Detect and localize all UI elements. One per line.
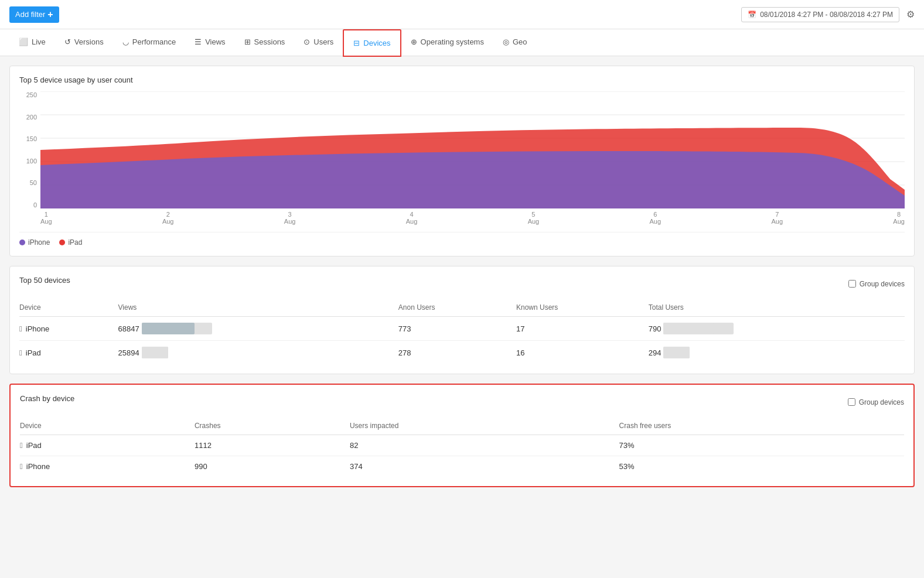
date-range-text: 08/01/2018 4:27 PM - 08/08/2018 4:27 PM	[760, 11, 893, 19]
settings-button[interactable]: ⚙	[906, 9, 915, 20]
table-row:  iPad 25894 278 16	[19, 341, 905, 365]
top-bar-left: Add filter +	[9, 6, 59, 23]
group-devices-top50[interactable]: Group devices	[848, 280, 905, 288]
versions-icon: ↺	[64, 37, 71, 46]
x-label-5: 5Aug	[528, 211, 540, 225]
y-label-100: 100	[26, 158, 37, 165]
crash-col-users-impacted: Users impacted	[350, 417, 619, 435]
tab-views[interactable]: ☰ Views	[185, 29, 234, 56]
tab-sessions[interactable]: ⊞ Sessions	[235, 29, 295, 56]
crash-header: Crash by device Group devices	[20, 394, 904, 410]
tab-devices[interactable]: ⊟ Devices	[343, 29, 401, 57]
tab-performance-label: Performance	[132, 37, 176, 46]
crash-title: Crash by device	[20, 394, 74, 403]
tab-devices-label: Devices	[363, 39, 390, 47]
crash-by-device-card: Crash by device Group devices Device Cra…	[9, 384, 915, 487]
tab-sessions-label: Sessions	[254, 37, 285, 46]
ipad-total-users: 294	[649, 341, 905, 365]
tab-versions-label: Versions	[74, 37, 104, 46]
iphone-crash-free: 53%	[619, 456, 904, 477]
crash-ipad-label: iPad	[26, 441, 42, 450]
ipad-users-impacted: 82	[350, 435, 619, 456]
tab-users-label: Users	[313, 37, 333, 46]
ipad-views: 25894	[118, 341, 398, 365]
iphone-anon-users: 773	[398, 317, 516, 341]
crash-iphone-label: iPhone	[26, 462, 50, 471]
date-range-picker[interactable]: 📅 08/01/2018 4:27 PM - 08/08/2018 4:27 P…	[741, 7, 899, 22]
top50-header: Top 50 devices Group devices	[19, 276, 905, 292]
col-device: Device	[19, 299, 118, 317]
col-total-users: Total Users	[649, 299, 905, 317]
sessions-icon: ⊞	[244, 37, 251, 46]
geo-icon: ◎	[503, 37, 509, 46]
top50-card: Top 50 devices Group devices Device View…	[9, 266, 915, 374]
legend-ipad: iPad	[59, 238, 82, 247]
y-label-50: 50	[30, 179, 37, 186]
y-label-250: 250	[26, 91, 37, 98]
top50-table-header-row: Device Views Anon Users Known Users Tota…	[19, 299, 905, 317]
devices-icon: ⊟	[353, 39, 360, 47]
top-bar-right: 📅 08/01/2018 4:27 PM - 08/08/2018 4:27 P…	[741, 7, 915, 22]
iphone-legend-dot	[19, 240, 25, 245]
group-devices-crash-checkbox[interactable]	[848, 398, 855, 406]
y-label-150: 150	[26, 135, 37, 142]
chart-svg	[40, 91, 905, 208]
iphone-known-users: 17	[516, 317, 649, 341]
table-row:  iPad 1112 82 73%	[20, 435, 904, 456]
iphone-users-impacted: 374	[350, 456, 619, 477]
apple-icon-iphone: 	[19, 324, 22, 333]
group-devices-top50-checkbox[interactable]	[848, 280, 856, 288]
group-devices-crash-label: Group devices	[859, 398, 904, 406]
col-known-users: Known Users	[516, 299, 649, 317]
tab-live-label: Live	[32, 37, 46, 46]
x-label-6: 6Aug	[650, 211, 662, 225]
x-label-8: 8Aug	[893, 211, 905, 225]
device-iphone:  iPhone	[19, 317, 118, 341]
x-label-1: 1Aug	[40, 211, 52, 225]
tab-performance[interactable]: ◡ Performance	[113, 29, 185, 56]
users-icon: ⊙	[304, 37, 310, 46]
tab-users[interactable]: ⊙ Users	[294, 29, 343, 56]
apple-icon-crash-ipad: 	[20, 441, 23, 450]
tab-views-label: Views	[205, 37, 225, 46]
add-filter-button[interactable]: Add filter +	[9, 6, 59, 23]
tab-live[interactable]: ⬜ Live	[9, 29, 55, 56]
ipad-label: iPad	[26, 348, 41, 357]
group-devices-crash[interactable]: Group devices	[848, 398, 904, 406]
add-filter-label: Add filter	[15, 10, 45, 19]
main-content: Top 5 device usage by user count 250 200…	[0, 56, 924, 497]
x-label-7: 7Aug	[771, 211, 783, 225]
tab-os-label: Operating systems	[421, 37, 484, 46]
plus-icon: +	[47, 9, 53, 20]
crash-col-crashes: Crashes	[195, 417, 350, 435]
apple-icon-crash-iphone: 	[20, 462, 23, 471]
crash-table: Device Crashes Users impacted Crash free…	[20, 417, 904, 477]
live-icon: ⬜	[19, 37, 28, 46]
ipad-anon-users: 278	[398, 341, 516, 365]
os-icon: ⊕	[411, 37, 417, 46]
crash-device-ipad:  iPad	[20, 435, 195, 456]
chart-card: Top 5 device usage by user count 250 200…	[9, 66, 915, 256]
iphone-views: 68847	[118, 317, 398, 341]
tab-geo-label: Geo	[513, 37, 527, 46]
tab-versions[interactable]: ↺ Versions	[55, 29, 113, 56]
ipad-crash-free: 73%	[619, 435, 904, 456]
top-bar: Add filter + 📅 08/01/2018 4:27 PM - 08/0…	[0, 0, 924, 29]
col-views: Views	[118, 299, 398, 317]
ipad-crashes: 1112	[195, 435, 350, 456]
chart-title: Top 5 device usage by user count	[19, 76, 905, 84]
x-label-4: 4Aug	[406, 211, 418, 225]
tab-operating-systems[interactable]: ⊕ Operating systems	[401, 29, 493, 56]
col-anon-users: Anon Users	[398, 299, 516, 317]
device-ipad:  iPad	[19, 341, 118, 365]
tab-geo[interactable]: ◎ Geo	[493, 29, 537, 56]
crash-table-header-row: Device Crashes Users impacted Crash free…	[20, 417, 904, 435]
top50-table: Device Views Anon Users Known Users Tota…	[19, 299, 905, 364]
y-label-200: 200	[26, 114, 37, 121]
table-row:  iPhone 990 374 53%	[20, 456, 904, 477]
ipad-known-users: 16	[516, 341, 649, 365]
ipad-legend-label: iPad	[68, 238, 82, 247]
ipad-legend-dot	[59, 240, 65, 245]
table-row:  iPhone 68847 773 17	[19, 317, 905, 341]
x-label-3: 3Aug	[284, 211, 296, 225]
